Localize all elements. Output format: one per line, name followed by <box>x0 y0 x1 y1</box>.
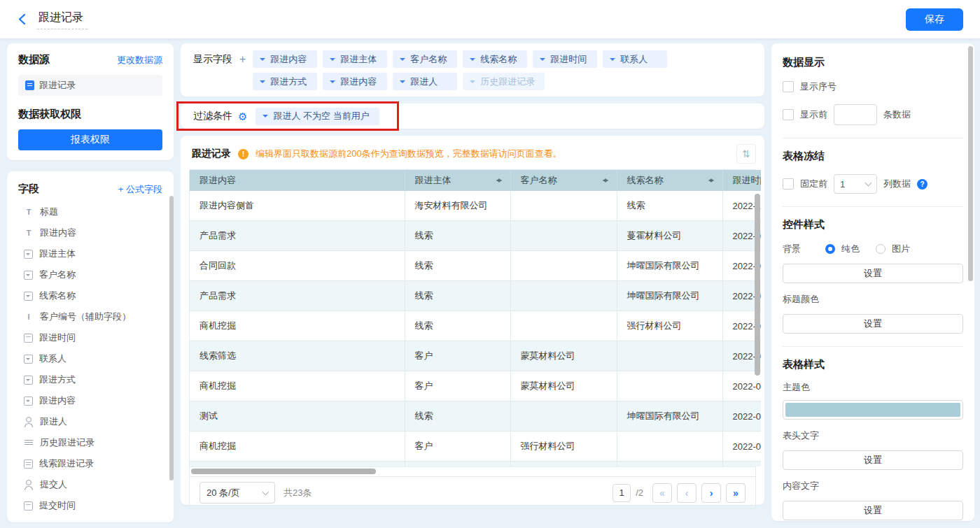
sort-arrows-icon[interactable] <box>496 176 502 185</box>
save-button[interactable]: 保存 <box>906 8 963 31</box>
content-text-label: 内容文字 <box>783 480 963 492</box>
display-field-tag[interactable]: 跟进时间 <box>533 50 597 68</box>
next-page-button[interactable]: › <box>701 483 721 503</box>
field-item[interactable]: 跟进方式 <box>18 369 167 390</box>
field-item[interactable]: 历史跟进记录 <box>18 432 167 453</box>
show-index-checkbox[interactable] <box>783 81 794 92</box>
column-header[interactable]: 客户名称 <box>510 170 617 191</box>
divider <box>783 138 963 138</box>
sidebar-scrollbar[interactable] <box>169 196 174 480</box>
freeze-count-value: 1 <box>840 179 845 190</box>
prev-page-button[interactable]: ‹ <box>677 483 696 503</box>
table-style-heading: 表格样式 <box>783 358 963 371</box>
settings-scrollbar[interactable] <box>968 46 973 281</box>
column-header[interactable]: 跟进内容 <box>190 170 405 191</box>
table-cell: 客户 <box>405 341 510 371</box>
theme-color-swatch[interactable] <box>783 400 963 420</box>
filter-condition-tag[interactable]: 跟进人 不为空 当前用户 <box>255 108 379 125</box>
table-cell: 跟进内容侧首 <box>190 191 405 221</box>
table-cell: 商机挖掘 <box>190 371 405 401</box>
add-formula-field-link[interactable]: + 公式字段 <box>118 183 162 196</box>
show-first-suffix: 条数据 <box>883 108 911 121</box>
change-datasource-link[interactable]: 更改数据源 <box>117 54 162 66</box>
field-item[interactable]: 跟进人 <box>18 411 167 432</box>
table-cell: 蒙莫材料公司 <box>510 341 617 371</box>
content-text-set-button[interactable]: 设置 <box>783 501 963 520</box>
table-cell <box>510 191 617 221</box>
field-item[interactable]: 跟进内容 <box>18 222 167 243</box>
show-first-count-input[interactable] <box>834 104 877 125</box>
display-field-tag[interactable]: 跟进主体 <box>323 50 387 68</box>
field-item[interactable]: 提交时间 <box>18 495 167 516</box>
display-field-label: 跟进主体 <box>340 53 377 66</box>
row-order-icon[interactable]: ⇅ <box>736 144 756 164</box>
field-item[interactable]: 提交人 <box>18 474 167 495</box>
table-cell <box>405 462 510 467</box>
report-permission-button[interactable]: 报表权限 <box>18 129 162 150</box>
widget-style-heading: 控件样式 <box>783 218 963 231</box>
display-field-tag[interactable]: 历史跟进记录 <box>463 73 545 90</box>
field-item[interactable]: 跟进内容 <box>18 390 167 411</box>
table-cell: 产品需求 <box>190 221 405 251</box>
display-field-tag[interactable]: 客户名称 <box>393 50 457 68</box>
topbar: 跟进记录 保存 <box>0 0 980 38</box>
display-fields-panel: 显示字段 + 跟进内容跟进主体客户名称线索名称跟进时间联系人 跟进方式跟进内容跟… <box>181 43 764 97</box>
field-item[interactable]: 客户编号（辅助字段） <box>18 306 167 327</box>
field-item[interactable]: 联系人 <box>18 348 167 369</box>
table-cell <box>617 431 722 462</box>
table-cell: 线索 <box>405 311 510 341</box>
display-field-tag[interactable]: 跟进方式 <box>253 73 317 90</box>
warning-icon: ! <box>238 149 248 159</box>
column-header[interactable]: 线索名称 <box>617 170 722 191</box>
field-label: 客户名称 <box>39 269 76 281</box>
table-cell: 蒙莫材料公司 <box>510 371 617 401</box>
back-button[interactable] <box>18 13 26 25</box>
select-icon <box>24 292 33 301</box>
table-horizontal-scrollbar[interactable] <box>191 469 376 474</box>
background-set-button[interactable]: 设置 <box>783 264 963 283</box>
field-item[interactable]: 客户名称 <box>18 264 167 285</box>
display-field-tag[interactable]: 跟进内容 <box>323 73 387 90</box>
field-item[interactable]: 线索跟进记录 <box>18 453 167 474</box>
title-color-set-button[interactable]: 设置 <box>783 314 963 334</box>
last-page-button[interactable]: » <box>726 483 746 503</box>
display-field-tag[interactable]: 跟进人 <box>393 73 457 90</box>
table-cell <box>510 311 617 341</box>
help-icon[interactable]: ? <box>917 179 927 190</box>
gear-icon[interactable]: ⚙ <box>238 111 247 122</box>
table-cell: 线索 <box>405 401 510 431</box>
field-item[interactable]: 标题 <box>18 201 167 222</box>
background-label: 背景 <box>783 243 819 255</box>
display-field-tag[interactable]: 线索名称 <box>463 50 527 68</box>
page-size-select[interactable]: 20 条/页 <box>200 482 275 504</box>
header-text-set-button[interactable]: 设置 <box>783 450 963 470</box>
page-number-input[interactable] <box>612 484 631 502</box>
table-vertical-scrollbar[interactable] <box>755 194 760 376</box>
display-field-tag[interactable]: 联系人 <box>603 50 667 68</box>
freeze-count-select[interactable]: 1 <box>834 174 877 194</box>
image-radio[interactable] <box>876 244 886 254</box>
lines-icon <box>24 438 34 448</box>
text-icon <box>24 207 34 217</box>
field-list: 标题跟进内容跟进主体客户名称线索名称客户编号（辅助字段）跟进时间联系人跟进方式跟… <box>18 201 167 516</box>
column-header[interactable]: 跟进主体 <box>405 170 510 191</box>
sort-arrows-icon[interactable] <box>708 176 714 185</box>
solid-color-radio[interactable] <box>825 244 835 254</box>
freeze-checkbox[interactable] <box>783 178 794 190</box>
field-item[interactable]: 线索名称 <box>18 285 167 306</box>
table-cell: 坤曜国际有限公司 <box>617 281 722 311</box>
display-field-tag[interactable]: 跟进内容 <box>253 50 317 68</box>
table-row: 产品需求线索坤曜国际有限公司2022-06 <box>190 281 761 311</box>
field-item[interactable]: 跟进时间 <box>18 327 167 348</box>
add-display-field-button[interactable]: + <box>239 54 246 65</box>
show-first-checkbox[interactable] <box>783 109 794 120</box>
datasource-item[interactable]: 跟进记录 <box>18 75 162 96</box>
sort-arrows-icon[interactable] <box>603 176 608 185</box>
column-header[interactable]: 跟进时间 <box>722 170 761 191</box>
field-item[interactable]: 跟进主体 <box>18 243 167 264</box>
table-cell: 商机挖掘 <box>190 311 405 341</box>
caret-down-icon <box>470 80 475 86</box>
table-cell: 商机挖掘 <box>190 431 405 462</box>
field-label: 跟进内容 <box>40 227 76 239</box>
first-page-button[interactable]: « <box>652 483 672 503</box>
